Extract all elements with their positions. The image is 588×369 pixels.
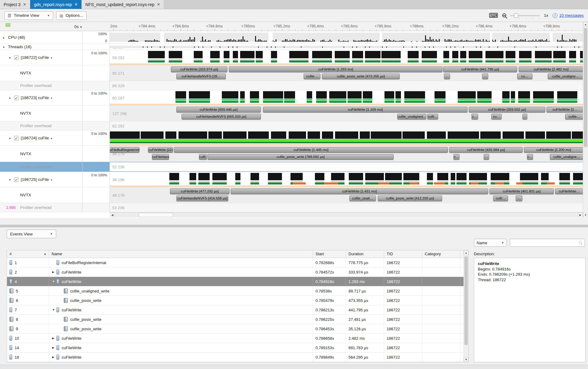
timeline-horizontal-scrollbar[interactable]: ◀ ▶ <box>110 212 583 217</box>
column-header-name[interactable]: Name <box>49 250 313 258</box>
nvtx-range-bar[interactable]: cuFileWrite [333.974 µs] <box>171 66 227 72</box>
timeline-row-nvtx3[interactable]: NVTX36 175cuFileBufRegisterInter…cuFileW… <box>0 146 583 162</box>
column-header-duration[interactable]: Duration <box>346 250 384 258</box>
row-chart-area[interactable]: 95 271cuFileWrite [333.974 µs]cuFileWrit… <box>110 65 583 81</box>
collapse-arrow-icon[interactable]: ▼ <box>52 280 56 283</box>
column-header-start[interactable]: Start <box>313 250 346 258</box>
close-icon[interactable]: ✕ <box>157 2 160 7</box>
collapse-arrow-icon[interactable]: ▾ <box>9 178 11 181</box>
nvtx-range-bar[interactable]: c… <box>471 114 478 120</box>
filter-field-dropdown[interactable]: Name ▼ <box>474 239 507 247</box>
row-label-cell[interactable]: ▸CPU (48) <box>0 31 82 44</box>
row-label-cell[interactable]: ▾Threads (16) <box>0 44 82 50</box>
row-label-cell[interactable]: NVTX <box>0 187 82 203</box>
search-input[interactable] <box>510 239 585 246</box>
events-vertical-scrollbar[interactable]: ▲ ▼ <box>464 250 468 362</box>
timeline-row-t186723[interactable]: ▾✓[186723] cuFile▾0 to 100%60 287 <box>0 90 583 106</box>
chevron-down-icon[interactable]: ▾ <box>51 137 52 140</box>
table-row[interactable]: 18▶cuFileWrite0.789849s564.295 µs186722 <box>7 353 468 362</box>
chevron-down-icon[interactable]: ▾ <box>51 56 52 59</box>
tab-nfs-most-updated-report-nsys-rep[interactable]: NFS_most_updated_report.nsys-rep✕ <box>82 0 164 9</box>
table-row[interactable]: 9cufile_posix_write0.786453s35.126 µs186… <box>7 324 468 334</box>
row-label-cell[interactable]: Profiler overhead <box>0 121 82 130</box>
nvtx-range-bar[interactable]: cuFileHandleNVFS [416.558 µs] <box>176 195 228 201</box>
expand-arrow-icon[interactable]: ▸ <box>3 36 5 39</box>
timeline-vertical-scrollbar[interactable]: ▲ ▼ <box>583 22 588 217</box>
nvtx-range-bar[interactable]: cufile_unali… <box>349 195 376 201</box>
timeline-row-cpu[interactable]: ▸CPU (48)100%031 189 <box>0 31 583 44</box>
chevron-down-icon[interactable]: ▾ <box>51 97 52 100</box>
events-table-header[interactable]: #▼NameStartDurationTIDCategory <box>7 250 468 258</box>
messages-link[interactable]: 10 messages <box>559 13 584 18</box>
nvtx-range-bar[interactable]: cuFileWrite [1.293 ms] <box>229 66 442 72</box>
row-label-cell[interactable]: Profiler overhead <box>0 162 82 172</box>
table-row[interactable]: 6cufile_posix_write0.785479s473.355 µs18… <box>7 296 468 305</box>
row-chart-area[interactable]: 48 176cuFileWrite [477.292 µs]cuFileWrit… <box>110 187 583 203</box>
nvtx-range-bar[interactable]: cuFileWrite [441.795 µs] <box>443 66 517 72</box>
timeline-origin-label[interactable]: 0s ▼ <box>58 24 82 29</box>
row-label-cell[interactable]: NVTX <box>0 146 82 162</box>
row-chart-area[interactable]: 62 292 <box>110 121 583 130</box>
row-chart-area[interactable]: 60 287 <box>110 90 583 105</box>
nvtx-range-bar[interactable]: cuFileWrite [2.200 ms] <box>524 147 583 153</box>
scroll-down-button[interactable]: ▼ <box>464 357 468 362</box>
table-row[interactable]: 5cufile_unaligned_write0.78538s89.717 µs… <box>7 286 468 296</box>
row-chart-area[interactable]: 52 236 <box>110 162 583 172</box>
nvtx-range-bar[interactable]: cufil… <box>199 154 207 160</box>
collapse-arrow-icon[interactable]: ▾ <box>9 96 11 99</box>
expand-arrow-icon[interactable]: ▶ <box>52 356 56 359</box>
row-chart-area[interactable]: 53 206 <box>110 203 583 212</box>
row-chart-area[interactable]: 89 329 <box>110 81 583 90</box>
nvtx-range-bar[interactable]: cufile_posix_write [788.092 µs] <box>207 154 394 160</box>
timeline-row-oh2[interactable]: Profiler overhead62 292 <box>0 121 583 131</box>
timeline-row-nvtx2[interactable]: NVTX127 198cuFileWrite [699.446 µs]cuFil… <box>0 106 583 121</box>
nvtx-range-bar[interactable]: cuFileHand… <box>152 154 169 160</box>
scroll-down-button[interactable]: ▼ <box>583 213 588 217</box>
nvtx-range-bar[interactable]: cuFileBufRegisterInter… <box>110 147 139 153</box>
collapse-arrow-icon[interactable]: ▾ <box>9 136 11 140</box>
row-label-cell[interactable]: ▾✓[186725] cuFile▾ <box>0 172 82 187</box>
nvtx-range-bar[interactable]: c… <box>453 154 460 160</box>
row-chart-area[interactable]: 36 196 <box>110 172 583 187</box>
column-header-tid[interactable]: TID <box>384 250 422 258</box>
nvtx-range-bar[interactable]: … <box>482 73 488 79</box>
nvtx-range-bar[interactable]: cuFileWrite [699.446 µs] <box>176 107 261 113</box>
options-button[interactable]: ◎ Options... <box>56 11 87 20</box>
nvtx-range-bar[interactable]: cuFileWrite [435.984 µs] <box>449 147 523 153</box>
events-search-box[interactable] <box>510 239 585 247</box>
timeline-row-nvtx4[interactable]: NVTX48 176cuFileWrite [477.292 µs]cuFile… <box>0 187 583 203</box>
thread-checkbox[interactable]: ✓ <box>14 55 19 60</box>
keyboard-shortcuts-icon[interactable]: ⌨ <box>489 12 498 19</box>
nvtx-range-bar[interactable]: cuFileWrite [2.482 ms] <box>519 66 583 72</box>
nvtx-range-bar[interactable]: cufile_unaligne… <box>548 73 583 79</box>
thread-checkbox[interactable]: ✓ <box>14 136 19 140</box>
timeline-row-t186725[interactable]: ▾✓[186725] cuFile▾0 to 100%36 196 <box>0 172 583 187</box>
nvtx-range-bar[interactable]: cufil… <box>493 195 508 201</box>
expand-arrow-icon[interactable]: ▶ <box>52 346 56 349</box>
zoom-out-icon[interactable] <box>502 13 506 17</box>
nvtx-range-bar[interactable]: cuFileWrite [1.431 ms] <box>231 188 488 194</box>
view-selector-dropdown[interactable]: ☰ Timeline View ▼ <box>4 11 53 20</box>
table-row[interactable]: 4▼cuFileWrite0.784916s1.293 ms186722 <box>7 277 468 286</box>
timeline-row-oh4[interactable]: Profiler overhead2,98553 206 <box>0 203 583 212</box>
row-label-cell[interactable]: NVTX <box>0 106 82 121</box>
row-chart-area[interactable]: 127 198cuFileWrite [699.446 µs]cuFileWri… <box>110 106 583 121</box>
expand-arrow-icon[interactable]: ▶ <box>52 337 56 340</box>
nvtx-range-bar[interactable]: cuFileHandleNVFS [665.333 µs] <box>182 114 261 120</box>
row-chart-area[interactable]: 36 175cuFileBufRegisterInter…cuFileWrite… <box>110 146 583 162</box>
panel-splitter[interactable] <box>0 225 588 227</box>
row-chart-area[interactable]: 82 334 <box>110 44 583 50</box>
nvtx-range-bar[interactable]: cufile… <box>304 73 320 79</box>
column-header-category[interactable]: Category <box>422 250 460 258</box>
column-header-num[interactable]: #▼ <box>7 250 49 258</box>
table-row[interactable]: 8cufile_posix_write0.786225s27.481 µs186… <box>7 315 468 324</box>
nvtx-range-bar[interactable]: cuFileHandleNVFS [28… <box>176 73 226 79</box>
scroll-up-button[interactable]: ▲ <box>464 250 468 255</box>
scroll-up-button[interactable]: ▲ <box>583 22 588 27</box>
timeline-row-nvtx1[interactable]: NVTX95 271cuFileWrite [333.974 µs]cuFile… <box>0 65 583 81</box>
timeline-row-oh1[interactable]: Profiler overhead89 329 <box>0 81 583 90</box>
row-label-cell[interactable]: Profiler overhead <box>0 81 82 90</box>
timeline-row-t186722[interactable]: ▾✓[186722] cuFile▾0 to 100%59 292 <box>0 50 583 65</box>
tab-project-3[interactable]: Project 3✕ <box>0 0 30 9</box>
nvtx-range-bar[interactable]: cuFileWrite… <box>555 188 583 194</box>
